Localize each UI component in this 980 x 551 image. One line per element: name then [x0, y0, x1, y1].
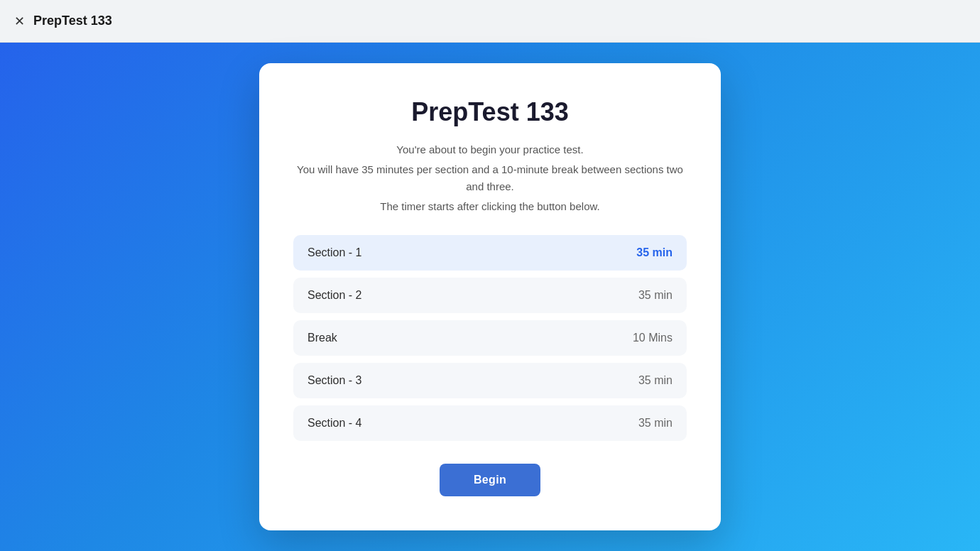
modal-title: PrepTest 133	[293, 97, 687, 127]
section-time-3: 10 Mins	[633, 332, 673, 344]
section-row-5: Section - 435 min	[293, 405, 687, 441]
section-label-1: Section - 1	[307, 246, 361, 259]
topbar-title: PrepTest 133	[33, 13, 112, 28]
main-background: PrepTest 133 You're about to begin your …	[0, 43, 980, 551]
description-line3: The timer starts after clicking the butt…	[293, 198, 687, 215]
section-row-4: Section - 335 min	[293, 363, 687, 398]
section-time-5: 35 min	[638, 417, 673, 430]
description-line1: You're about to begin your practice test…	[293, 141, 687, 158]
section-label-4: Section - 3	[307, 374, 361, 387]
begin-button-wrapper: Begin	[293, 464, 687, 496]
modal-description: You're about to begin your practice test…	[293, 141, 687, 215]
section-time-2: 35 min	[638, 289, 673, 302]
topbar: ✕ PrepTest 133	[0, 0, 980, 43]
sections-list: Section - 135 minSection - 235 minBreak1…	[293, 235, 687, 441]
section-time-1: 35 min	[636, 246, 673, 259]
description-line2: You will have 35 minutes per section and…	[293, 161, 687, 195]
section-time-4: 35 min	[638, 374, 673, 387]
section-row-3: Break10 Mins	[293, 320, 687, 356]
close-button[interactable]: ✕ PrepTest 133	[14, 13, 112, 28]
begin-button[interactable]: Begin	[440, 464, 540, 496]
modal-card: PrepTest 133 You're about to begin your …	[259, 63, 721, 530]
section-row-1: Section - 135 min	[293, 235, 687, 271]
section-label-5: Section - 4	[307, 417, 361, 430]
section-label-2: Section - 2	[307, 289, 361, 302]
section-label-3: Break	[307, 332, 337, 344]
section-row-2: Section - 235 min	[293, 278, 687, 313]
close-icon: ✕	[14, 15, 25, 28]
